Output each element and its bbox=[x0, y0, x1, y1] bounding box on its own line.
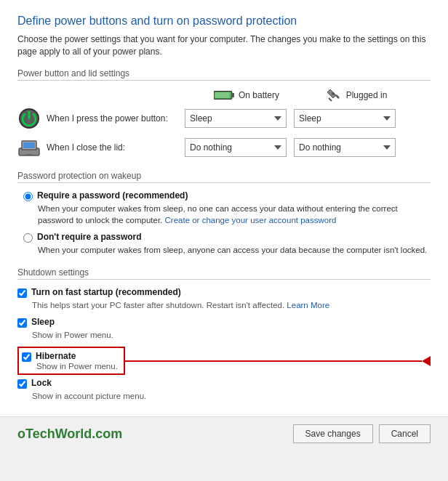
require-password-label: Require a password (recommended) bbox=[37, 190, 188, 201]
cancel-button[interactable]: Cancel bbox=[379, 424, 431, 443]
password-protection-header: Password protection on wakeup bbox=[17, 171, 431, 183]
brand-text: oTechWorld.com bbox=[17, 427, 122, 442]
lid-on-battery-wrapper[interactable]: Do nothing Sleep Hibernate Shut down Tur… bbox=[185, 138, 287, 157]
svg-line-4 bbox=[336, 95, 339, 98]
lock-label: Lock bbox=[31, 378, 52, 388]
power-button-icon-container bbox=[17, 107, 41, 130]
column-headers: On battery Plugged in bbox=[192, 88, 431, 102]
save-changes-button[interactable]: Save changes bbox=[293, 424, 373, 443]
fast-startup-checkbox[interactable] bbox=[17, 288, 27, 298]
sleep-checkbox[interactable] bbox=[17, 318, 27, 328]
svg-line-5 bbox=[329, 98, 332, 101]
power-button-plugged-in-wrapper[interactable]: Do nothing Sleep Hibernate Shut down Tur… bbox=[294, 109, 396, 128]
no-password-desc: When your computer wakes from sleep, any… bbox=[38, 244, 431, 256]
require-password-desc: When your computer wakes from sleep, no … bbox=[38, 203, 431, 226]
svg-point-6 bbox=[332, 92, 335, 95]
hibernate-arrow bbox=[125, 356, 431, 366]
arrow-head-icon bbox=[422, 356, 431, 366]
fast-startup-label: Turn on fast startup (recommended) bbox=[31, 287, 181, 297]
page-description: Choose the power settings that you want … bbox=[17, 33, 431, 58]
arrow-line bbox=[125, 360, 422, 362]
shutdown-header: Shutdown settings bbox=[17, 267, 431, 280]
lock-desc: Show in account picture menu. bbox=[32, 390, 431, 402]
page-title: Define power buttons and turn on passwor… bbox=[17, 15, 431, 28]
require-password-option: Require a password (recommended) When yo… bbox=[23, 190, 431, 226]
sleep-label: Sleep bbox=[31, 317, 55, 327]
footer: oTechWorld.com Save changes Cancel bbox=[0, 416, 448, 450]
plugged-in-label: Plugged in bbox=[346, 90, 388, 100]
change-password-link[interactable]: Create or change your user account passw… bbox=[165, 216, 337, 225]
hibernate-label: Hibernate bbox=[36, 351, 76, 361]
power-button-on-battery-wrapper[interactable]: Do nothing Sleep Hibernate Shut down Tur… bbox=[185, 109, 287, 128]
power-button-plugged-in-select[interactable]: Do nothing Sleep Hibernate Shut down Tur… bbox=[294, 109, 396, 128]
on-battery-header: On battery bbox=[192, 90, 301, 100]
sleep-item: Sleep bbox=[17, 317, 431, 328]
lid-label: When I close the lid: bbox=[47, 142, 185, 153]
footer-buttons: Save changes Cancel bbox=[293, 424, 431, 443]
battery-icon bbox=[214, 90, 234, 100]
power-button-icon bbox=[18, 108, 40, 129]
lock-checkbox[interactable] bbox=[17, 379, 27, 389]
svg-rect-11 bbox=[26, 154, 32, 155]
svg-marker-12 bbox=[422, 356, 431, 366]
svg-rect-2 bbox=[215, 92, 230, 98]
no-password-label: Don't require a password bbox=[37, 232, 142, 242]
lid-icon-container bbox=[17, 136, 41, 159]
password-protection-section: Password protection on wakeup Require a … bbox=[17, 171, 431, 256]
hibernate-row: Hibernate Show in Power menu. bbox=[17, 347, 431, 375]
password-radio-group: Require a password (recommended) When yo… bbox=[23, 190, 431, 256]
svg-rect-10 bbox=[23, 142, 35, 148]
lid-plugged-in-wrapper[interactable]: Do nothing Sleep Hibernate Shut down Tur… bbox=[294, 138, 396, 157]
no-password-radio[interactable] bbox=[23, 233, 33, 243]
plugged-in-header: Plugged in bbox=[301, 88, 410, 102]
lid-icon bbox=[17, 138, 41, 157]
main-window: Define power buttons and turn on passwor… bbox=[0, 0, 448, 450]
fast-startup-desc: This helps start your PC faster after sh… bbox=[32, 299, 431, 311]
lid-on-battery-select[interactable]: Do nothing Sleep Hibernate Shut down Tur… bbox=[185, 138, 287, 157]
plug-icon bbox=[324, 88, 342, 102]
power-button-row: When I press the power button: Do nothin… bbox=[17, 107, 431, 130]
require-password-radio[interactable] bbox=[23, 192, 33, 201]
lid-plugged-in-select[interactable]: Do nothing Sleep Hibernate Shut down Tur… bbox=[294, 138, 396, 157]
hibernate-highlight-box: Hibernate Show in Power menu. bbox=[17, 347, 125, 375]
hibernate-item: Hibernate bbox=[22, 351, 118, 362]
power-button-lid-section: Power button and lid settings On battery bbox=[17, 68, 431, 159]
fast-startup-item: Turn on fast startup (recommended) bbox=[17, 287, 431, 298]
hibernate-desc: Show in Power menu. bbox=[36, 362, 118, 371]
no-password-option: Don't require a password When your compu… bbox=[23, 232, 431, 256]
power-button-on-battery-select[interactable]: Do nothing Sleep Hibernate Shut down Tur… bbox=[185, 109, 287, 128]
on-battery-label: On battery bbox=[239, 90, 279, 100]
shutdown-section: Shutdown settings Turn on fast startup (… bbox=[17, 267, 431, 402]
power-button-lid-header: Power button and lid settings bbox=[17, 68, 431, 81]
hibernate-checkbox[interactable] bbox=[22, 352, 31, 362]
svg-rect-1 bbox=[232, 92, 234, 97]
power-button-label: When I press the power button: bbox=[47, 113, 185, 124]
lock-item: Lock bbox=[17, 378, 431, 389]
lid-row: When I close the lid: Do nothing Sleep H… bbox=[17, 136, 431, 159]
sleep-desc: Show in Power menu. bbox=[32, 329, 431, 341]
learn-more-link[interactable]: Learn More bbox=[287, 301, 329, 310]
